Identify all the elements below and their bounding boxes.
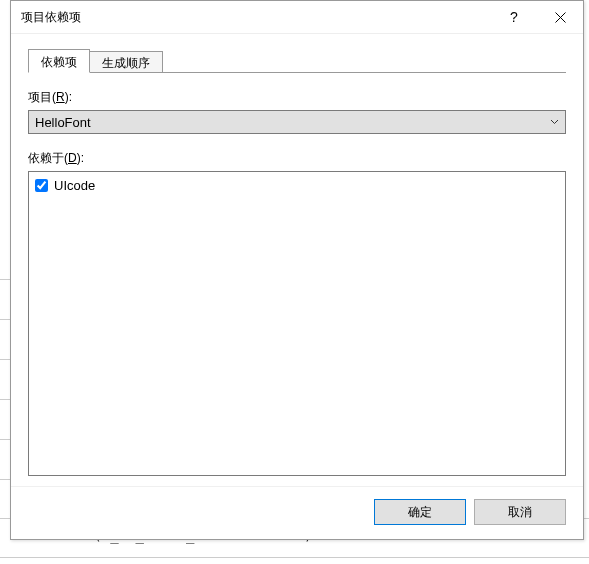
- titlebar: 项目依赖项 ?: [11, 1, 583, 34]
- tab-build-order[interactable]: 生成顺序: [89, 51, 163, 73]
- dialog-body: 依赖项 生成顺序 项目(R): HelloFont 依赖于(D): UIcode: [11, 34, 583, 486]
- dialog-title: 项目依赖项: [21, 9, 491, 26]
- cancel-button[interactable]: 取消: [474, 499, 566, 525]
- project-dependencies-dialog: 项目依赖项 ? 依赖项 生成顺序 项目(R): H: [10, 0, 584, 540]
- close-icon: [555, 12, 566, 23]
- list-item[interactable]: UIcode: [35, 176, 559, 194]
- project-label: 项目(R):: [28, 89, 566, 106]
- project-dropdown-value: HelloFont: [35, 115, 91, 130]
- depends-on-label: 依赖于(D):: [28, 150, 566, 167]
- depends-on-listbox[interactable]: UIcode: [28, 171, 566, 476]
- close-button[interactable]: [537, 1, 583, 33]
- dependency-checkbox[interactable]: [35, 179, 48, 192]
- help-button[interactable]: ?: [491, 1, 537, 33]
- background-gutter: [0, 240, 10, 554]
- project-dropdown[interactable]: HelloFont: [28, 110, 566, 134]
- chevron-down-icon: [550, 119, 559, 125]
- tabs: 依赖项 生成顺序: [28, 49, 566, 73]
- ok-button[interactable]: 确定: [374, 499, 466, 525]
- titlebar-controls: ?: [491, 1, 583, 33]
- dependency-label: UIcode: [54, 178, 95, 193]
- tab-dependencies[interactable]: 依赖项: [28, 49, 90, 73]
- dialog-footer: 确定 取消: [11, 486, 583, 539]
